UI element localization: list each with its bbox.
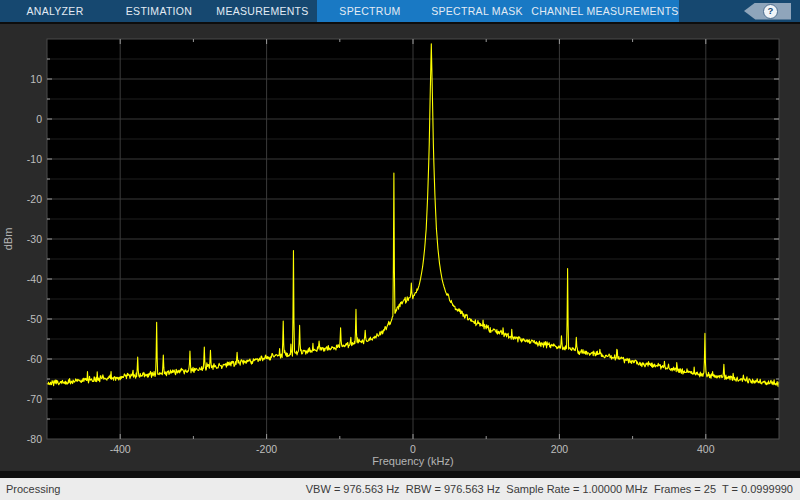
y-tick-label: -80 bbox=[27, 433, 42, 445]
y-tick-label: -40 bbox=[27, 273, 42, 285]
x-axis-label: Frequency (kHz) bbox=[372, 455, 453, 467]
statusbar-divider bbox=[0, 471, 800, 478]
toolstrip: ANALYZER ESTIMATION MEASUREMENTS SPECTRU… bbox=[0, 0, 800, 22]
status-text: Processing bbox=[0, 483, 60, 495]
tab-group-context: SPECTRUM SPECTRAL MASK CHANNEL MEASUREME… bbox=[317, 0, 679, 22]
help-button[interactable]: ? bbox=[744, 3, 791, 20]
tab-spectrum[interactable]: SPECTRUM bbox=[317, 0, 423, 22]
x-tick-label: 200 bbox=[551, 443, 569, 455]
y-axis-label: dBm bbox=[2, 228, 14, 251]
status-measurements: VBW = 976.563 Hz RBW = 976.563 Hz Sample… bbox=[306, 483, 800, 495]
y-tick-label: -50 bbox=[27, 313, 42, 325]
tab-analyzer[interactable]: ANALYZER bbox=[0, 0, 110, 22]
tab-channel-measurements[interactable]: CHANNEL MEASUREMENTS bbox=[531, 0, 679, 22]
figure-area: -400-2000200400100-10-20-30-40-50-60-70-… bbox=[0, 24, 800, 471]
y-tick-label: 0 bbox=[36, 113, 42, 125]
y-tick-label: -70 bbox=[27, 393, 42, 405]
help-icon: ? bbox=[763, 4, 778, 19]
tab-group-main: ANALYZER ESTIMATION MEASUREMENTS bbox=[0, 0, 317, 22]
spectrum-analyzer-window: ANALYZER ESTIMATION MEASUREMENTS SPECTRU… bbox=[0, 0, 800, 500]
y-tick-label: -20 bbox=[27, 193, 42, 205]
x-tick-label: 0 bbox=[410, 443, 416, 455]
spectrum-plot: -400-2000200400100-10-20-30-40-50-60-70-… bbox=[0, 24, 800, 471]
tab-spectral-mask[interactable]: SPECTRAL MASK bbox=[423, 0, 531, 22]
y-tick-label: 10 bbox=[30, 73, 42, 85]
x-tick-label: 400 bbox=[697, 443, 715, 455]
x-tick-label: -400 bbox=[110, 443, 131, 455]
status-bar: Processing VBW = 976.563 Hz RBW = 976.56… bbox=[0, 478, 800, 500]
y-tick-label: -30 bbox=[27, 233, 42, 245]
tab-estimation[interactable]: ESTIMATION bbox=[110, 0, 208, 22]
tab-measurements[interactable]: MEASUREMENTS bbox=[208, 0, 317, 22]
y-tick-label: -10 bbox=[27, 153, 42, 165]
toolstrip-right-area: ? bbox=[679, 0, 800, 22]
x-tick-label: -200 bbox=[256, 443, 277, 455]
y-tick-label: -60 bbox=[27, 353, 42, 365]
